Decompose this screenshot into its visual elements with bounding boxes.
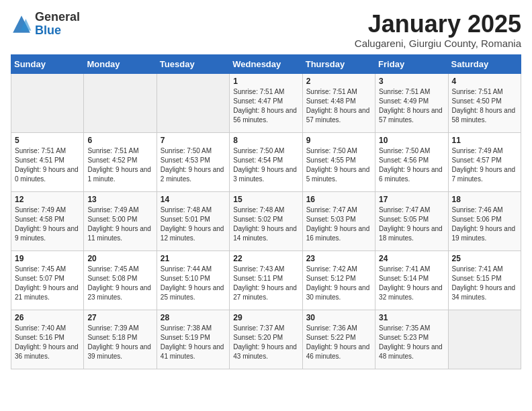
weekday-header-thursday: Thursday [302, 54, 375, 73]
day-info: Sunrise: 7:46 AM Sunset: 5:06 PM Dayligh… [452, 205, 517, 243]
weekday-header-monday: Monday [84, 54, 157, 73]
day-info: Sunrise: 7:36 AM Sunset: 5:22 PM Dayligh… [306, 324, 371, 361]
day-number: 18 [452, 195, 517, 204]
calendar-cell: 25Sunrise: 7:41 AM Sunset: 5:15 PM Dayli… [448, 250, 521, 310]
day-info: Sunrise: 7:41 AM Sunset: 5:14 PM Dayligh… [379, 265, 444, 302]
month-title: January 2025 [355, 11, 521, 38]
day-number: 6 [87, 136, 152, 145]
calendar-cell: 3Sunrise: 7:51 AM Sunset: 4:49 PM Daylig… [375, 73, 448, 132]
calendar-cell: 12Sunrise: 7:49 AM Sunset: 4:58 PM Dayli… [11, 191, 84, 250]
day-number: 20 [87, 254, 152, 263]
calendar-cell: 13Sunrise: 7:49 AM Sunset: 5:00 PM Dayli… [84, 191, 157, 250]
calendar-cell: 20Sunrise: 7:45 AM Sunset: 5:08 PM Dayli… [84, 250, 157, 310]
day-info: Sunrise: 7:51 AM Sunset: 4:51 PM Dayligh… [15, 146, 80, 184]
day-number: 23 [306, 254, 371, 263]
day-number: 31 [379, 313, 444, 322]
day-info: Sunrise: 7:47 AM Sunset: 5:05 PM Dayligh… [379, 205, 444, 243]
day-number: 17 [379, 195, 444, 204]
page-header: General Blue January 2025 Calugareni, Gi… [11, 11, 521, 49]
day-info: Sunrise: 7:47 AM Sunset: 5:03 PM Dayligh… [306, 205, 371, 243]
day-number: 7 [161, 136, 226, 145]
calendar-cell: 28Sunrise: 7:38 AM Sunset: 5:19 PM Dayli… [157, 310, 229, 369]
weekday-header-wednesday: Wednesday [230, 54, 302, 73]
day-number: 8 [233, 136, 298, 145]
day-info: Sunrise: 7:51 AM Sunset: 4:48 PM Dayligh… [306, 87, 371, 125]
calendar-cell: 21Sunrise: 7:44 AM Sunset: 5:10 PM Dayli… [157, 250, 229, 310]
day-info: Sunrise: 7:48 AM Sunset: 5:01 PM Dayligh… [161, 205, 226, 243]
day-number: 2 [306, 77, 371, 86]
day-info: Sunrise: 7:51 AM Sunset: 4:50 PM Dayligh… [452, 87, 517, 125]
day-info: Sunrise: 7:49 AM Sunset: 4:58 PM Dayligh… [15, 205, 80, 243]
day-number: 5 [15, 136, 80, 145]
calendar-cell: 8Sunrise: 7:50 AM Sunset: 4:54 PM Daylig… [230, 132, 302, 191]
week-row-3: 12Sunrise: 7:49 AM Sunset: 4:58 PM Dayli… [11, 191, 521, 250]
calendar-cell: 24Sunrise: 7:41 AM Sunset: 5:14 PM Dayli… [375, 250, 448, 310]
day-info: Sunrise: 7:49 AM Sunset: 4:57 PM Dayligh… [452, 146, 517, 184]
calendar-cell: 30Sunrise: 7:36 AM Sunset: 5:22 PM Dayli… [302, 310, 375, 369]
calendar-cell [448, 310, 521, 369]
day-info: Sunrise: 7:38 AM Sunset: 5:19 PM Dayligh… [161, 324, 226, 361]
day-info: Sunrise: 7:45 AM Sunset: 5:07 PM Dayligh… [15, 265, 80, 302]
logo-general: General [35, 11, 80, 24]
day-info: Sunrise: 7:50 AM Sunset: 4:54 PM Dayligh… [233, 146, 298, 184]
logo: General Blue [11, 11, 80, 38]
calendar-cell: 27Sunrise: 7:39 AM Sunset: 5:18 PM Dayli… [84, 310, 157, 369]
day-info: Sunrise: 7:39 AM Sunset: 5:18 PM Dayligh… [87, 324, 152, 361]
calendar-cell: 22Sunrise: 7:43 AM Sunset: 5:11 PM Dayli… [230, 250, 302, 310]
calendar-cell: 19Sunrise: 7:45 AM Sunset: 5:07 PM Dayli… [11, 250, 84, 310]
calendar-cell: 11Sunrise: 7:49 AM Sunset: 4:57 PM Dayli… [448, 132, 521, 191]
location-subtitle: Calugareni, Giurgiu County, Romania [355, 38, 521, 49]
day-number: 1 [233, 77, 298, 86]
day-info: Sunrise: 7:40 AM Sunset: 5:16 PM Dayligh… [15, 324, 80, 361]
calendar-cell: 18Sunrise: 7:46 AM Sunset: 5:06 PM Dayli… [448, 191, 521, 250]
day-info: Sunrise: 7:50 AM Sunset: 4:56 PM Dayligh… [379, 146, 444, 184]
calendar-cell: 4Sunrise: 7:51 AM Sunset: 4:50 PM Daylig… [448, 73, 521, 132]
weekday-header-saturday: Saturday [448, 54, 521, 73]
weekday-header-sunday: Sunday [11, 54, 84, 73]
day-info: Sunrise: 7:51 AM Sunset: 4:47 PM Dayligh… [233, 87, 298, 125]
day-number: 12 [15, 195, 80, 204]
calendar-cell: 17Sunrise: 7:47 AM Sunset: 5:05 PM Dayli… [375, 191, 448, 250]
calendar-cell [11, 73, 84, 132]
logo-text: General Blue [35, 11, 80, 38]
day-number: 22 [233, 254, 298, 263]
day-number: 3 [379, 77, 444, 86]
day-number: 4 [452, 77, 517, 86]
logo-icon [11, 13, 32, 35]
calendar-cell: 14Sunrise: 7:48 AM Sunset: 5:01 PM Dayli… [157, 191, 229, 250]
calendar-cell: 6Sunrise: 7:51 AM Sunset: 4:52 PM Daylig… [84, 132, 157, 191]
day-number: 27 [87, 313, 152, 322]
calendar-cell: 9Sunrise: 7:50 AM Sunset: 4:55 PM Daylig… [302, 132, 375, 191]
day-info: Sunrise: 7:42 AM Sunset: 5:12 PM Dayligh… [306, 265, 371, 302]
calendar-cell: 7Sunrise: 7:50 AM Sunset: 4:53 PM Daylig… [157, 132, 229, 191]
week-row-2: 5Sunrise: 7:51 AM Sunset: 4:51 PM Daylig… [11, 132, 521, 191]
day-number: 9 [306, 136, 371, 145]
title-area: January 2025 Calugareni, Giurgiu County,… [355, 11, 521, 49]
day-number: 16 [306, 195, 371, 204]
calendar-cell: 26Sunrise: 7:40 AM Sunset: 5:16 PM Dayli… [11, 310, 84, 369]
day-info: Sunrise: 7:41 AM Sunset: 5:15 PM Dayligh… [452, 265, 517, 302]
calendar-cell: 31Sunrise: 7:35 AM Sunset: 5:23 PM Dayli… [375, 310, 448, 369]
day-info: Sunrise: 7:45 AM Sunset: 5:08 PM Dayligh… [87, 265, 152, 302]
calendar-table: SundayMondayTuesdayWednesdayThursdayFrid… [11, 54, 521, 369]
weekday-header-row: SundayMondayTuesdayWednesdayThursdayFrid… [11, 54, 521, 73]
day-info: Sunrise: 7:51 AM Sunset: 4:49 PM Dayligh… [379, 87, 444, 125]
day-number: 26 [15, 313, 80, 322]
day-number: 24 [379, 254, 444, 263]
calendar-cell: 2Sunrise: 7:51 AM Sunset: 4:48 PM Daylig… [302, 73, 375, 132]
week-row-1: 1Sunrise: 7:51 AM Sunset: 4:47 PM Daylig… [11, 73, 521, 132]
week-row-5: 26Sunrise: 7:40 AM Sunset: 5:16 PM Dayli… [11, 310, 521, 369]
day-number: 11 [452, 136, 517, 145]
calendar-cell: 5Sunrise: 7:51 AM Sunset: 4:51 PM Daylig… [11, 132, 84, 191]
day-number: 30 [306, 313, 371, 322]
weekday-header-friday: Friday [375, 54, 448, 73]
day-info: Sunrise: 7:51 AM Sunset: 4:52 PM Dayligh… [87, 146, 152, 184]
day-number: 21 [161, 254, 226, 263]
day-number: 29 [233, 313, 298, 322]
day-number: 13 [87, 195, 152, 204]
day-number: 25 [452, 254, 517, 263]
day-info: Sunrise: 7:37 AM Sunset: 5:20 PM Dayligh… [233, 324, 298, 361]
weekday-header-tuesday: Tuesday [157, 54, 229, 73]
calendar-cell [84, 73, 157, 132]
day-info: Sunrise: 7:50 AM Sunset: 4:53 PM Dayligh… [161, 146, 226, 184]
